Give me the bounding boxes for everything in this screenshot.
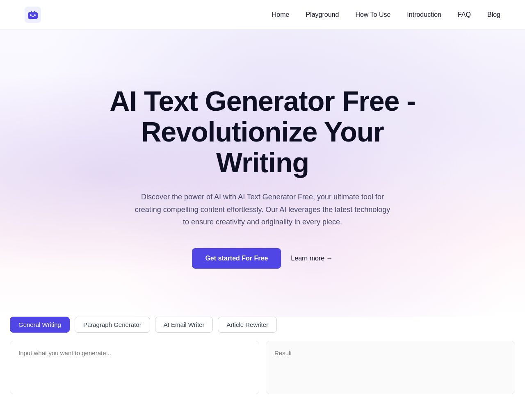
svg-point-3 [34, 14, 36, 16]
tab-article-rewriter[interactable]: Article Rewriter [218, 317, 277, 333]
hero-section: AI Text Generator Free - Revolutionize Y… [0, 30, 525, 317]
hero-content: AI Text Generator Free - Revolutionize Y… [103, 86, 422, 269]
hero-buttons: Get started For Free Learn more → [103, 248, 422, 269]
nav-item-faq[interactable]: FAQ [458, 11, 471, 18]
svg-rect-4 [32, 16, 34, 17]
svg-point-2 [30, 14, 32, 16]
tools-section: General Writing Paragraph Generator AI E… [0, 317, 525, 394]
svg-rect-1 [28, 12, 38, 19]
navbar: Home Playground How To Use Introduction … [0, 0, 525, 30]
nav-item-blog[interactable]: Blog [487, 11, 500, 18]
input-textarea[interactable] [10, 341, 259, 394]
nav-item-home[interactable]: Home [272, 11, 290, 18]
learn-more-link[interactable]: Learn more → [291, 255, 333, 262]
editor-row [10, 341, 515, 394]
svg-rect-6 [34, 11, 35, 13]
svg-rect-5 [31, 11, 32, 13]
nav-item-introduction[interactable]: Introduction [407, 11, 441, 18]
nav-link-how-to-use[interactable]: How To Use [355, 11, 390, 18]
hero-description: Discover the power of AI with AI Text Ge… [131, 191, 394, 228]
tab-paragraph-generator[interactable]: Paragraph Generator [75, 317, 150, 333]
nav-link-introduction[interactable]: Introduction [407, 11, 441, 18]
nav-link-home[interactable]: Home [272, 11, 290, 18]
get-started-button[interactable]: Get started For Free [192, 248, 281, 269]
tab-ai-email-writer[interactable]: AI Email Writer [155, 317, 213, 333]
logo-icon [25, 7, 41, 23]
nav-links: Home Playground How To Use Introduction … [272, 11, 500, 18]
tabs-row: General Writing Paragraph Generator AI E… [10, 317, 515, 339]
nav-link-blog[interactable]: Blog [487, 11, 500, 18]
nav-item-playground[interactable]: Playground [306, 11, 339, 18]
tab-general-writing[interactable]: General Writing [10, 317, 70, 333]
nav-link-playground[interactable]: Playground [306, 11, 339, 18]
nav-link-faq[interactable]: FAQ [458, 11, 471, 18]
result-textarea[interactable] [266, 341, 515, 394]
nav-item-how-to-use[interactable]: How To Use [355, 11, 390, 18]
hero-title: AI Text Generator Free - Revolutionize Y… [103, 86, 422, 178]
logo[interactable] [25, 7, 41, 23]
